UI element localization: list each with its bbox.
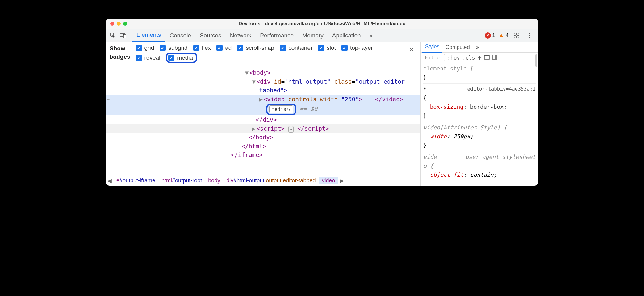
dom-video[interactable]: ⋯ ▶<video controls width="250"> ⋯ </vide… [106,95,420,104]
styles-filter-input[interactable]: Filter [423,54,445,61]
badge-subgrid[interactable]: ✓subgrid [160,44,187,51]
warning-icon: ▲ [498,32,504,39]
badge-scroll-snap[interactable]: ✓scroll-snap [237,44,274,51]
badge-top-layer[interactable]: ✓top-layer [341,44,373,51]
svg-rect-9 [484,55,489,56]
rule-selector[interactable]: * [423,86,427,92]
tab-elements[interactable]: Elements [132,29,165,42]
badge-grid[interactable]: ✓grid [136,44,154,51]
crumb-scroll-left[interactable]: ◀ [106,177,113,184]
css-value: contain [470,171,494,178]
more-menu-icon[interactable] [525,31,534,40]
gutter-dots-icon: ⋯ [107,95,111,103]
rule-selector: video[Attributes Style] { [423,124,507,131]
tabs-overflow[interactable]: » [365,29,377,42]
toggle-sidebar-icon[interactable] [492,55,497,61]
badge-container[interactable]: ✓container [280,44,312,51]
rule-source-link[interactable]: editor-tabb…v=4ae353a:1 [467,85,536,93]
main-tabs: Elements Console Sources Network Perform… [132,29,484,42]
minimize-window-button[interactable] [117,22,121,26]
css-property: object-fit [430,171,463,178]
warning-count[interactable]: ▲ 4 [498,32,508,39]
side-tab-computed[interactable]: Computed [442,42,473,53]
dom-body-open[interactable]: ▼<body> [106,68,420,77]
crumb-html[interactable]: html#output-root [158,177,205,184]
styles-toolbar: Filter :hov .cls + [421,53,538,63]
main-toolbar: Elements Console Sources Network Perform… [106,29,538,42]
close-badges-icon[interactable]: ✕ [406,44,417,55]
window-title: DevTools - developer.mozilla.org/en-US/d… [106,21,538,27]
svg-point-4 [529,33,530,34]
side-tabs-overflow[interactable]: » [473,42,482,53]
crumb-scroll-right[interactable]: ▶ [338,177,345,184]
crumb-div[interactable]: div#html-output.output.editor-tabbed [223,177,319,184]
separator [130,32,130,39]
checkbox-icon: ✓ [136,45,142,51]
dom-iframe-close[interactable]: </iframe> [106,150,420,159]
tab-performance[interactable]: Performance [256,29,298,42]
dom-body-close[interactable]: </body> [106,133,420,142]
badge-media[interactable]: ✓media [166,53,197,63]
tab-application[interactable]: Application [328,29,365,42]
device-toolbar-icon[interactable] [118,31,128,40]
svg-point-6 [529,37,530,38]
crumb-iframe[interactable]: e#output-iframe [113,177,158,184]
css-value[interactable]: border-box [470,104,504,110]
dom-tree[interactable]: ▼<body> ▼<div id="html-output" class="ou… [106,66,420,175]
side-tabs: Styles Computed » [421,42,538,53]
badges-label: Showbadges [110,44,130,61]
crumb-body[interactable]: body [205,177,223,184]
badge-reveal[interactable]: ✓reveal [136,53,161,63]
dom-script[interactable]: ▶<script> ⋯ </script> [106,124,420,133]
dom-html-close[interactable]: </html> [106,142,420,151]
error-number: 1 [492,32,495,39]
svg-point-5 [529,35,530,36]
crumb-video[interactable]: video [319,177,338,184]
css-property[interactable]: box-sizing [430,104,463,110]
styles-panel: Styles Computed » Filter :hov .cls + ele… [421,42,538,186]
dom-div-open-cont[interactable]: tabbed"> [106,86,420,95]
inspect-icon[interactable] [108,31,118,40]
svg-rect-2 [123,34,126,38]
ellipsis-icon[interactable]: ⋯ [288,126,294,133]
main-content: Showbadges ✓grid ✓subgrid ✓flex ✓ad ✓scr… [106,42,538,186]
close-window-button[interactable] [110,22,114,26]
media-badge-highlight: media [266,104,296,115]
badge-slot[interactable]: ✓slot [318,44,336,51]
hov-toggle[interactable]: :hov [447,55,460,61]
elements-panel: Showbadges ✓grid ✓subgrid ✓flex ✓ad ✓scr… [106,42,421,186]
window-controls [106,22,127,26]
dom-div-open[interactable]: ▼<div id="html-output" class="output edi… [106,77,420,86]
badge-ad[interactable]: ✓ad [216,44,232,51]
inspect-mini-icon [287,108,291,111]
svg-point-3 [516,35,517,36]
rule-source: user agent stylesheet [465,153,536,162]
warning-number: 4 [506,32,508,39]
cls-toggle[interactable]: .cls [462,55,475,61]
badges-list: ✓grid ✓subgrid ✓flex ✓ad ✓scroll-snap ✓c… [136,44,401,63]
maximize-window-button[interactable] [123,22,127,26]
css-property: width [430,133,447,140]
styles-rules[interactable]: element.style { } * editor-tabb…v=4ae353… [421,63,538,181]
error-icon: ✕ [485,32,491,39]
devtools-window: DevTools - developer.mozilla.org/en-US/d… [106,19,538,186]
rule-element-style[interactable]: element.style { [423,65,474,72]
error-count[interactable]: ✕ 1 [485,32,495,39]
breadcrumbs: ◀ e#output-iframe html#output-root body … [106,175,420,186]
tab-sources[interactable]: Sources [195,29,226,42]
scrollbar[interactable] [535,54,537,67]
tab-memory[interactable]: Memory [298,29,328,42]
settings-icon[interactable] [512,31,521,40]
new-style-rule-icon[interactable]: + [478,54,482,61]
tab-console[interactable]: Console [165,29,195,42]
css-value: 250px [454,133,470,140]
rule-selector: vide [423,154,437,160]
computed-sidebar-icon[interactable] [484,55,490,61]
tab-network[interactable]: Network [226,29,256,42]
side-tab-styles[interactable]: Styles [422,42,442,53]
media-badge[interactable]: media [269,105,293,113]
ellipsis-icon[interactable]: ⋯ [366,97,371,104]
badge-flex[interactable]: ✓flex [193,44,211,51]
toolbar-right: ✕ 1 ▲ 4 [485,31,536,40]
dom-div-close[interactable]: </div> [106,115,420,124]
